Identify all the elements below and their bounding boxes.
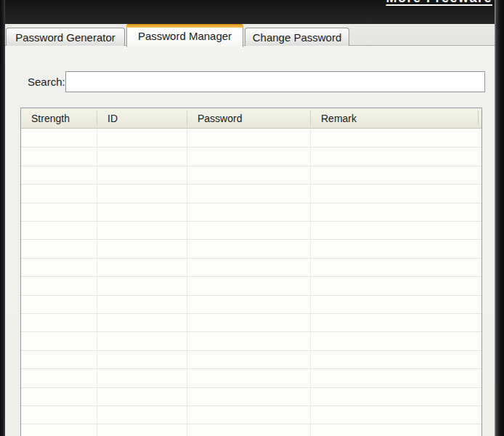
search-input[interactable] <box>65 71 485 92</box>
password-manager-panel: Search: Strength ID Password Remark <box>5 47 495 436</box>
table-body[interactable] <box>21 129 481 436</box>
top-bar: More Freeware <box>0 0 504 24</box>
window-right-edge <box>495 0 504 436</box>
search-label: Search: <box>28 76 65 88</box>
column-header-id[interactable]: ID <box>97 108 187 128</box>
column-divider <box>97 129 97 436</box>
column-divider <box>310 129 311 436</box>
tab-password-generator[interactable]: Password Generator <box>6 28 125 46</box>
column-header-password[interactable]: Password <box>187 108 311 128</box>
tab-strip: Password Generator Password Manager Chan… <box>5 24 495 46</box>
tab-change-password[interactable]: Change Password <box>245 28 349 46</box>
app-window: More Freeware Password Generator Passwor… <box>0 0 504 436</box>
more-freeware-link[interactable]: More Freeware <box>386 0 492 5</box>
column-header-filler <box>479 108 481 128</box>
column-header-remark[interactable]: Remark <box>311 108 479 128</box>
table-header-row: Strength ID Password Remark <box>21 108 481 129</box>
tab-password-manager[interactable]: Password Manager <box>126 24 243 47</box>
column-header-strength[interactable]: Strength <box>21 108 97 128</box>
password-table: Strength ID Password Remark <box>20 108 482 436</box>
column-divider <box>187 129 187 436</box>
window-left-edge <box>0 0 5 436</box>
search-row: Search: <box>5 71 495 93</box>
